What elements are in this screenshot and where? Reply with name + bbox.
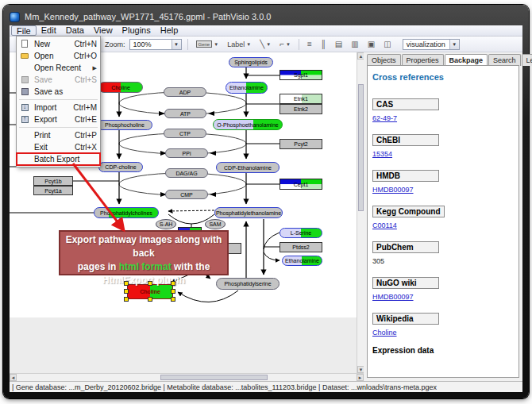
node-ptdss2[interactable]: Ptdss2 — [279, 242, 322, 252]
node-pcyt2[interactable]: Pcyt2 — [279, 139, 322, 149]
menu-item-open[interactable]: Open Ctrl+O — [17, 50, 100, 62]
chevron-down-icon[interactable]: ▼ — [172, 40, 181, 49]
tab-properties[interactable]: Properties — [402, 54, 444, 66]
node-pcyt1a[interactable]: Pcyt1a — [33, 186, 73, 195]
panel-tabs: Objects Properties Backpage Search Legen… — [367, 54, 532, 66]
node-adp[interactable]: ADP — [164, 87, 206, 97]
node-s-ah[interactable]: S-AH — [156, 219, 176, 229]
node-atp[interactable]: ATP — [164, 109, 206, 118]
tab-legend[interactable]: Legend — [522, 54, 532, 66]
xref-link-chebi[interactable]: 15354 — [372, 150, 392, 158]
selection-handle[interactable] — [171, 281, 175, 286]
gene-tool-button[interactable]: Gene ▼ — [194, 39, 222, 50]
distribute-button[interactable]: ◫ — [381, 39, 393, 50]
menu-item-batch-export[interactable]: Batch Export — [17, 153, 100, 165]
selection-handle[interactable] — [124, 289, 129, 294]
node-choline[interactable]: Choline — [98, 82, 143, 93]
scrollbar-thumb[interactable] — [358, 84, 364, 211]
xref-header-cas: CAS — [372, 98, 439, 110]
align-middle-icon: ║ — [321, 40, 326, 48]
stack-vertical-icon: ▤ — [335, 40, 342, 48]
menu-file[interactable]: File — [11, 25, 37, 36]
node-sam[interactable]: SAM — [205, 219, 226, 229]
menu-item-export[interactable]: Export Ctrl+E — [17, 114, 100, 125]
menu-plugins[interactable]: Plugins — [118, 25, 156, 36]
tab-search[interactable]: Search — [488, 54, 521, 66]
node-cmp[interactable]: CMP — [165, 190, 208, 199]
export-icon — [19, 115, 31, 124]
vertical-scrollbar[interactable]: ▲ ▼ — [357, 52, 364, 373]
menu-item-open-recent[interactable]: Open Recent ▶ — [17, 62, 100, 74]
align-center-icon: ≡ — [307, 40, 312, 48]
menu-item-new[interactable]: New Ctrl+N — [17, 38, 100, 50]
selection-handle[interactable] — [171, 289, 175, 294]
label-tool-button[interactable]: Label ▼ — [225, 39, 253, 50]
node-phosphocholine[interactable]: Phosphocholine — [97, 120, 152, 130]
scroll-left-icon[interactable]: ◄ — [10, 374, 17, 381]
node-l-serine[interactable]: L-Serine — [279, 228, 322, 238]
horizontal-scrollbar[interactable]: ◄ ► — [10, 373, 364, 381]
node-ethanolamine-2[interactable]: Ethanolamine — [282, 256, 322, 266]
visualization-combobox[interactable]: visualization ▼ — [403, 39, 460, 50]
title-bar[interactable]: Mm_Kennedy_pathway_WP1771_45176.gpml - P… — [10, 8, 522, 25]
window-title: Mm_Kennedy_pathway_WP1771_45176.gpml - P… — [25, 12, 271, 21]
menu-edit[interactable]: Edit — [37, 25, 61, 36]
menu-data[interactable]: Data — [61, 25, 89, 36]
menu-help[interactable]: Help — [156, 25, 183, 36]
align-middle-button[interactable]: ║ — [318, 39, 329, 50]
selection-handle[interactable] — [171, 297, 175, 302]
save-as-icon — [19, 87, 31, 96]
menu-view[interactable]: View — [89, 25, 118, 36]
menu-item-save[interactable]: Save Ctrl+S — [17, 74, 100, 86]
align-bottom-button[interactable]: ▣ — [365, 39, 377, 50]
node-ctp[interactable]: CTP — [164, 129, 206, 138]
node-ethanolamine[interactable]: Ethanolamine — [226, 82, 268, 94]
node-etnk1[interactable]: Etnk1 — [279, 94, 322, 104]
node-pcyt1b[interactable]: Pcyt1b — [33, 176, 73, 186]
node-etnk2[interactable]: Etnk2 — [279, 104, 322, 114]
node-o-phosphoethanolamine[interactable]: O-Phosphoethanolamine — [213, 119, 283, 130]
highlighted-text: html format — [119, 261, 172, 272]
screenshot-root: Mm_Kennedy_pathway_WP1771_45176.gpml - P… — [0, 0, 532, 404]
scrollbar-thumb[interactable] — [160, 375, 268, 380]
xref-link-cas[interactable]: 62-49-7 — [372, 114, 397, 122]
menu-item-print[interactable]: Print Ctrl+P — [17, 129, 100, 141]
selection-handle[interactable] — [148, 297, 152, 302]
cross-references-title: Cross references — [372, 72, 514, 82]
gene-icon: Gene — [196, 40, 213, 48]
align-center-button[interactable]: ≡ — [305, 39, 314, 50]
menu-item-import[interactable]: Import Ctrl+M — [17, 102, 100, 114]
backpage-content: Cross references CAS 62-49-7 ChEBI 15354… — [367, 65, 519, 378]
stack-horizontal-button[interactable]: ▥ — [349, 39, 360, 50]
line-tool-button[interactable]: ╲ ▼ — [257, 39, 273, 50]
menu-item-save-as[interactable]: Save as — [17, 86, 100, 98]
node-cdp-ethanolamine[interactable]: CDP-Ethanolamine — [216, 162, 279, 173]
distribute-icon: ◫ — [384, 40, 391, 48]
xref-link-hmdb[interactable]: HMDB00097 — [372, 186, 414, 194]
xref-link-nugo[interactable]: HMDB00097 — [372, 293, 414, 301]
selection-handle[interactable] — [124, 281, 129, 286]
scroll-right-icon[interactable]: ► — [357, 374, 364, 381]
menu-bar: File Edit Data View Plugins Help — [10, 25, 522, 37]
tab-objects[interactable]: Objects — [367, 54, 401, 66]
chevron-down-icon[interactable]: ▼ — [449, 40, 459, 49]
side-panel: Objects Properties Backpage Search Legen… — [364, 52, 522, 381]
node-sphingolipids[interactable]: Sphingolipids — [229, 57, 273, 67]
xref-link-wikipedia[interactable]: Choline — [372, 329, 397, 337]
selection-handle[interactable] — [124, 297, 129, 302]
node-cdp-choline[interactable]: CDP-choline — [98, 162, 143, 172]
connector-tool-button[interactable]: ⌐ ▼ — [277, 39, 293, 50]
node-ppi[interactable]: PPi — [165, 148, 208, 158]
tab-backpage[interactable]: Backpage — [445, 54, 488, 66]
node-phosphatidylcholines[interactable]: Phosphatidylcholines — [94, 207, 159, 218]
menu-item-exit[interactable]: Exit Ctrl+X — [17, 141, 100, 153]
node-phosphatidylethanolamine[interactable]: Phosphatidylethanolamine — [214, 207, 283, 218]
zoom-combobox[interactable]: 100% ▼ — [129, 39, 182, 50]
node-sgpl1[interactable]: Sgpl1 — [279, 70, 322, 80]
stack-vertical-button[interactable]: ▤ — [333, 39, 345, 50]
node-cept1[interactable]: Cept1 — [279, 179, 322, 190]
status-bar: | Gene database: ...m_Derby_20120602.bri… — [10, 381, 522, 392]
node-dag-ag[interactable]: DAG/AG — [165, 168, 208, 178]
xref-link-kegg[interactable]: C00114 — [372, 221, 397, 229]
selection-handle[interactable] — [148, 281, 152, 286]
